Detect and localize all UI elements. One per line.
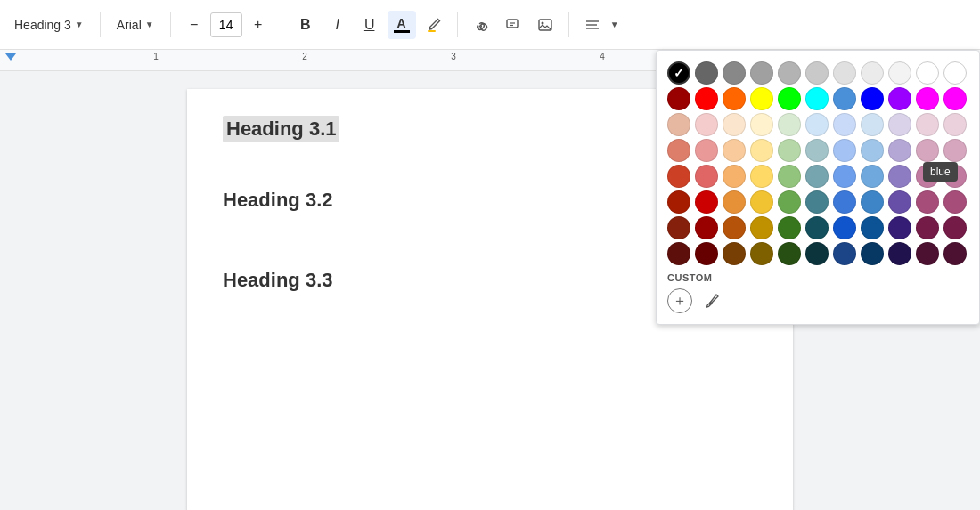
color-swatch[interactable] xyxy=(943,113,967,136)
color-swatch[interactable] xyxy=(943,87,967,110)
italic-button[interactable]: I xyxy=(323,11,352,39)
color-swatch[interactable] xyxy=(723,61,746,85)
color-swatch[interactable] xyxy=(667,139,690,162)
color-swatch[interactable] xyxy=(750,113,773,136)
color-swatch[interactable] xyxy=(943,190,967,214)
color-swatch[interactable] xyxy=(750,216,773,239)
color-swatch[interactable] xyxy=(888,216,911,239)
color-swatch[interactable] xyxy=(723,242,746,265)
color-swatch[interactable] xyxy=(888,87,911,110)
color-swatch[interactable] xyxy=(750,165,773,188)
font-size-input[interactable] xyxy=(210,12,242,37)
color-swatch[interactable] xyxy=(833,165,856,188)
color-swatch[interactable] xyxy=(667,113,690,136)
insert-link-button[interactable] xyxy=(467,11,495,39)
highlight-color-button[interactable] xyxy=(420,11,448,39)
color-swatch[interactable] xyxy=(861,165,884,188)
color-swatch[interactable] xyxy=(667,190,690,214)
color-swatch[interactable] xyxy=(805,216,829,239)
color-swatch[interactable] xyxy=(805,113,829,136)
color-swatch[interactable] xyxy=(667,216,690,239)
color-swatch[interactable] xyxy=(943,216,967,239)
color-swatch[interactable] xyxy=(916,61,939,85)
add-custom-color-button[interactable]: ＋ xyxy=(667,288,692,313)
color-swatch[interactable] xyxy=(861,61,884,85)
color-swatch[interactable] xyxy=(695,165,718,188)
color-swatch[interactable] xyxy=(888,190,911,214)
color-swatch[interactable] xyxy=(805,165,829,188)
color-swatch[interactable] xyxy=(723,139,746,162)
bold-button[interactable]: B xyxy=(291,11,320,39)
heading-style-dropdown[interactable]: Heading 3 ▼ xyxy=(7,14,91,36)
color-swatch[interactable] xyxy=(833,113,856,136)
color-swatch[interactable] xyxy=(805,139,829,162)
color-swatch[interactable] xyxy=(667,165,690,188)
color-swatch[interactable] xyxy=(778,61,801,85)
color-swatch[interactable] xyxy=(695,113,718,136)
color-swatch[interactable] xyxy=(861,216,884,239)
color-swatch[interactable] xyxy=(723,216,746,239)
alignment-chevron-icon[interactable]: ▼ xyxy=(610,20,619,29)
color-swatch[interactable] xyxy=(805,190,829,214)
color-swatch[interactable] xyxy=(750,242,773,265)
color-swatch[interactable] xyxy=(888,61,911,85)
color-swatch[interactable] xyxy=(778,242,801,265)
increase-font-button[interactable]: + xyxy=(244,11,273,39)
insert-comment-button[interactable] xyxy=(499,11,527,39)
color-swatch[interactable] xyxy=(695,190,718,214)
color-swatch[interactable] xyxy=(778,113,801,136)
color-swatch[interactable] xyxy=(833,190,856,214)
color-swatch[interactable] xyxy=(695,242,718,265)
eyedropper-button[interactable] xyxy=(699,288,724,313)
color-swatch[interactable] xyxy=(888,113,911,136)
color-swatch[interactable] xyxy=(888,242,911,265)
color-swatch[interactable] xyxy=(861,242,884,265)
insert-image-button[interactable] xyxy=(531,11,559,39)
color-swatch[interactable] xyxy=(778,87,801,110)
color-swatch[interactable] xyxy=(916,242,939,265)
color-swatch[interactable] xyxy=(667,242,690,265)
color-swatch[interactable] xyxy=(695,87,718,110)
color-swatch[interactable] xyxy=(861,87,884,110)
color-swatch[interactable] xyxy=(833,87,856,110)
color-swatch[interactable] xyxy=(943,139,967,162)
color-swatch[interactable] xyxy=(723,113,746,136)
color-swatch[interactable] xyxy=(916,165,939,188)
color-swatch[interactable] xyxy=(916,113,939,136)
font-name-dropdown[interactable]: Arial ▼ xyxy=(110,14,161,36)
color-swatch[interactable] xyxy=(723,87,746,110)
color-swatch[interactable] xyxy=(916,190,939,214)
color-swatch[interactable] xyxy=(833,216,856,239)
color-swatch[interactable] xyxy=(805,87,829,110)
color-swatch[interactable] xyxy=(695,61,718,85)
color-swatch[interactable] xyxy=(667,61,690,85)
color-swatch[interactable] xyxy=(943,242,967,265)
text-color-button[interactable]: A xyxy=(388,11,416,39)
color-swatch[interactable] xyxy=(750,87,773,110)
color-swatch[interactable] xyxy=(861,139,884,162)
color-swatch[interactable] xyxy=(833,61,856,85)
color-swatch[interactable] xyxy=(916,139,939,162)
color-swatch[interactable] xyxy=(805,61,829,85)
color-swatch[interactable] xyxy=(695,139,718,162)
color-swatch[interactable] xyxy=(943,61,967,85)
color-swatch[interactable] xyxy=(888,139,911,162)
color-swatch[interactable] xyxy=(888,165,911,188)
color-swatch[interactable] xyxy=(805,242,829,265)
color-swatch[interactable] xyxy=(778,165,801,188)
color-swatch[interactable] xyxy=(916,87,939,110)
color-swatch[interactable] xyxy=(750,61,773,85)
color-swatch[interactable] xyxy=(723,165,746,188)
color-swatch[interactable] xyxy=(861,190,884,214)
color-swatch[interactable] xyxy=(695,216,718,239)
color-swatch[interactable] xyxy=(833,242,856,265)
color-swatch[interactable] xyxy=(833,139,856,162)
color-swatch[interactable] xyxy=(750,190,773,214)
color-swatch[interactable] xyxy=(723,190,746,214)
underline-button[interactable]: U xyxy=(355,11,384,39)
alignment-button[interactable] xyxy=(578,11,607,39)
color-swatch[interactable] xyxy=(667,87,690,110)
color-swatch[interactable] xyxy=(916,216,939,239)
color-swatch[interactable] xyxy=(778,216,801,239)
color-swatch[interactable] xyxy=(861,113,884,136)
